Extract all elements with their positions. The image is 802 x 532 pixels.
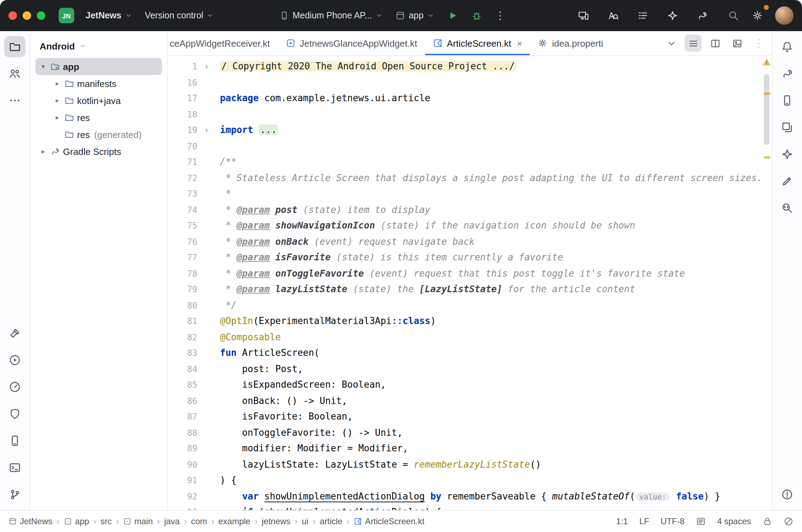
line-number[interactable]: 16 xyxy=(168,75,197,91)
code-line-91[interactable]: 91) { xyxy=(168,473,762,488)
code-line-70[interactable]: 70 xyxy=(168,138,762,154)
close-window-button[interactable] xyxy=(8,11,17,20)
indent-widget[interactable]: 4 spaces xyxy=(717,516,751,526)
breadcrumb-article[interactable]: article xyxy=(320,516,342,526)
fold-marker-icon[interactable]: › xyxy=(197,59,216,75)
terminal-tool-button[interactable] xyxy=(4,457,25,478)
inspection-warning-icon[interactable] xyxy=(762,58,771,66)
code-line-93[interactable]: 93 if (showUnimplementedActionDialog) { xyxy=(168,504,762,510)
breadcrumb-articlescreen-kt[interactable]: ArticleScreen.kt xyxy=(354,516,424,526)
code-view-toggle[interactable] xyxy=(685,35,702,52)
device-manager-tool-button[interactable] xyxy=(4,430,25,451)
editor-scrollbar[interactable] xyxy=(762,56,772,510)
line-number[interactable]: 70 xyxy=(168,138,197,154)
resource-manager-tool-button[interactable] xyxy=(777,117,798,138)
line-number[interactable]: 85 xyxy=(168,377,197,393)
code-line-71[interactable]: 71/** xyxy=(168,154,762,170)
warning-stripe-mark[interactable] xyxy=(764,156,770,158)
code-editor[interactable]: 1›/ Copyright 2020 The Android Open Sour… xyxy=(168,56,772,510)
code-line-73[interactable]: 73 * xyxy=(168,186,762,202)
code-line-76[interactable]: 76 * @param onBack (event) request navig… xyxy=(168,234,762,250)
editor-tab-jetnewsglanceappwidget-kt[interactable]: JetnewsGlanceAppWidget.kt xyxy=(278,31,425,55)
live-edit-tool-button[interactable] xyxy=(777,170,798,192)
code-line-82[interactable]: 82@Composable xyxy=(168,329,762,345)
code-line-18[interactable]: 18 xyxy=(168,106,762,122)
tree-item-gradle-scripts[interactable]: ▸Gradle Scripts xyxy=(35,143,162,160)
profiler-tool-button[interactable] xyxy=(4,376,25,398)
fullscreen-window-button[interactable] xyxy=(37,11,45,20)
code-line-90[interactable]: 90 lazyListState: LazyListState = rememb… xyxy=(168,457,762,473)
breadcrumb-ui[interactable]: ui xyxy=(302,516,309,526)
code-line-72[interactable]: 72 * Stateless Article Screen that displ… xyxy=(168,170,762,186)
line-number[interactable]: 88 xyxy=(168,425,197,441)
code-line-74[interactable]: 74 * @param post (state) item to display xyxy=(168,202,762,218)
line-number[interactable]: 1 xyxy=(168,59,197,75)
tree-item-res-generated[interactable]: res(generated) xyxy=(35,126,162,143)
line-number[interactable]: 89 xyxy=(168,441,197,457)
code-line-88[interactable]: 88 onToggleFavorite: () -> Unit, xyxy=(168,425,762,441)
breadcrumb-jetnews[interactable]: JetNews xyxy=(8,516,52,526)
caret-position-widget[interactable]: 1:1 xyxy=(616,516,628,526)
notifications-tool-button[interactable] xyxy=(777,36,798,57)
warning-stripe-mark[interactable] xyxy=(764,93,770,95)
debug-button[interactable] xyxy=(466,6,487,25)
code-line-77[interactable]: 77 * @param isFavorite (state) is this i… xyxy=(168,250,762,266)
breadcrumb-src[interactable]: src xyxy=(100,516,112,526)
line-number[interactable]: 90 xyxy=(168,457,197,473)
lock-icon[interactable] xyxy=(762,516,772,526)
line-number[interactable]: 84 xyxy=(168,361,197,377)
device-streaming-button[interactable] xyxy=(573,6,594,25)
line-number[interactable]: 76 xyxy=(168,234,197,250)
tree-item-manifests[interactable]: ▸manifests xyxy=(35,75,162,92)
scrollbar-thumb[interactable] xyxy=(764,74,769,145)
line-number[interactable]: 17 xyxy=(168,91,197,106)
search-everywhere-button[interactable] xyxy=(723,6,744,25)
code-line-84[interactable]: 84 post: Post, xyxy=(168,361,762,377)
code-line-80[interactable]: 80 */ xyxy=(168,297,762,313)
settings-button[interactable] xyxy=(747,6,768,25)
line-number[interactable]: 86 xyxy=(168,393,197,409)
gradle-tool-button[interactable] xyxy=(777,63,798,84)
hidden-tabs-button[interactable] xyxy=(663,35,680,52)
reader-mode-icon[interactable] xyxy=(696,516,706,526)
breadcrumb-jetnews[interactable]: jetnews xyxy=(262,516,290,526)
run-button[interactable] xyxy=(442,6,463,25)
search-actions-button[interactable] xyxy=(603,6,624,25)
close-tab-icon[interactable]: × xyxy=(517,38,522,48)
tree-item-res[interactable]: ▸res xyxy=(35,109,162,126)
fold-marker-icon[interactable]: › xyxy=(197,122,216,138)
code-line-87[interactable]: 87 isFavorite: Boolean, xyxy=(168,409,762,425)
running-devices-tool-button[interactable] xyxy=(777,90,798,111)
code-line-78[interactable]: 78 * @param onToggleFavorite (event) req… xyxy=(168,266,762,282)
line-number[interactable]: 87 xyxy=(168,409,197,425)
more-tool-windows-tool-button[interactable] xyxy=(4,90,25,111)
line-number[interactable]: 83 xyxy=(168,345,197,361)
line-number[interactable]: 82 xyxy=(168,329,197,345)
code-line-86[interactable]: 86 onBack: () -> Unit, xyxy=(168,393,762,409)
run-tool-button[interactable] xyxy=(4,349,25,371)
app-quality-insights-tool-button[interactable] xyxy=(4,403,25,424)
code-line-92[interactable]: 92 var showUnimplementedActionDialog by … xyxy=(168,488,762,504)
line-number[interactable]: 75 xyxy=(168,218,197,234)
line-separator-widget[interactable]: LF xyxy=(639,516,649,526)
tree-item-app[interactable]: ▾app xyxy=(35,58,162,75)
vcs-widget[interactable]: Version control xyxy=(140,6,219,25)
chevron-collapsed-icon[interactable]: ▸ xyxy=(53,114,62,121)
problems-tool-button[interactable] xyxy=(777,484,798,505)
breadcrumb-example[interactable]: example xyxy=(219,516,251,526)
line-number[interactable]: 19 xyxy=(168,122,197,138)
line-number[interactable]: 77 xyxy=(168,250,197,266)
editor-tab-articlescreen-kt[interactable]: ArticleScreen.kt× xyxy=(425,31,530,55)
gradle-sync-button[interactable] xyxy=(692,6,713,25)
run-configuration-selector[interactable]: app xyxy=(390,6,439,25)
code-line-85[interactable]: 85 isExpandedScreen: Boolean, xyxy=(168,377,762,393)
editor-more-button[interactable]: ⋮ xyxy=(750,35,767,52)
line-number[interactable]: 78 xyxy=(168,266,197,282)
chevron-collapsed-icon[interactable]: ▸ xyxy=(39,148,47,155)
project-view-selector[interactable]: Android xyxy=(30,34,167,58)
task-list-button[interactable] xyxy=(632,6,653,25)
code-line-16[interactable]: 16 xyxy=(168,75,762,91)
code-line-81[interactable]: 81@OptIn(ExperimentalMaterial3Api::class… xyxy=(168,313,762,329)
build-tool-button[interactable] xyxy=(4,323,25,344)
minimize-window-button[interactable] xyxy=(23,11,31,20)
